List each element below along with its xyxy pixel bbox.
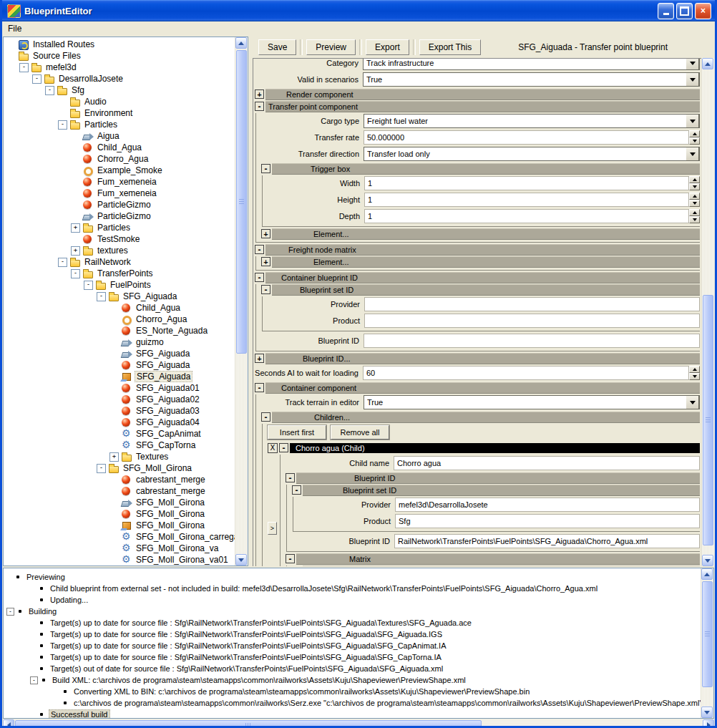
tree-expander-icon[interactable]: - bbox=[58, 258, 67, 267]
horizontal-scroll-thumb[interactable] bbox=[15, 720, 482, 728]
collapse-button[interactable]: - bbox=[255, 383, 264, 392]
tree-item[interactable]: + Textures bbox=[4, 451, 235, 462]
tree-scroll-thumb[interactable] bbox=[236, 50, 247, 354]
tree-item[interactable]: SFG_Aiguada bbox=[4, 348, 235, 359]
dropdown-arrow-icon[interactable] bbox=[686, 395, 699, 409]
log-scrollbar[interactable] bbox=[701, 568, 713, 718]
collapse-button[interactable]: - bbox=[292, 485, 301, 495]
tree-item[interactable]: TestSmoke bbox=[4, 233, 235, 245]
valid-in-scenarios-dropdown[interactable]: True bbox=[363, 72, 700, 87]
transfer-direction-dropdown[interactable]: Transfer load only bbox=[364, 147, 700, 161]
child-provider-input[interactable]: mefel3d\DesarrollaJosete bbox=[395, 498, 700, 512]
child-blueprint-id-input[interactable]: RailNetwork\TransferPoints\FuelPoints\SF… bbox=[394, 534, 700, 548]
log-entry[interactable]: Updating... bbox=[4, 594, 701, 606]
tree-item[interactable]: SFG_Aiguada02 bbox=[4, 394, 235, 405]
tree-item[interactable]: + Particles bbox=[4, 222, 235, 233]
tree-item[interactable]: - mefel3d bbox=[4, 62, 235, 73]
child-name-input[interactable]: Chorro agua bbox=[394, 456, 700, 470]
tree-item[interactable]: Child_Agua bbox=[4, 302, 235, 314]
log-expander-icon[interactable]: - bbox=[30, 676, 38, 684]
tree-item[interactable]: SFG_Aiguada bbox=[4, 359, 235, 371]
log-entry[interactable]: Target(s) up to date for source file : S… bbox=[4, 617, 701, 628]
log-entry[interactable]: Successful build bbox=[4, 709, 701, 718]
dropdown-arrow-icon[interactable] bbox=[686, 147, 699, 161]
log-entry[interactable]: Target(s) up to date for source file : S… bbox=[4, 651, 701, 663]
collapse-button[interactable]: - bbox=[279, 443, 288, 452]
scroll-up-icon[interactable] bbox=[702, 58, 713, 69]
tree-item[interactable]: cabrestant_merge bbox=[4, 485, 235, 497]
tree-expander-icon[interactable]: + bbox=[71, 223, 80, 233]
dropdown-arrow-icon[interactable] bbox=[686, 72, 699, 87]
tree-item[interactable]: - SFG_Moll_Girona bbox=[4, 462, 235, 474]
tree-expander-icon[interactable]: - bbox=[71, 269, 80, 278]
tree-expander-icon[interactable]: - bbox=[19, 63, 29, 72]
tree-item[interactable]: - TransferPoints bbox=[4, 268, 235, 279]
remove-all-button[interactable]: Remove all bbox=[331, 425, 389, 440]
tree-item[interactable]: Installed Routes bbox=[4, 39, 235, 50]
tree-item[interactable]: - Sfg bbox=[4, 84, 235, 96]
child-expand-button[interactable]: > bbox=[268, 522, 277, 535]
minimize-button[interactable] bbox=[658, 3, 674, 19]
scroll-down-icon[interactable] bbox=[235, 554, 247, 566]
tree-item[interactable]: - DesarrollaJosete bbox=[4, 73, 235, 84]
track-terrain-dropdown[interactable]: True bbox=[364, 395, 700, 409]
tree-item[interactable]: Example_Smoke bbox=[4, 165, 235, 176]
log-entry[interactable]: Target(s) up to date for source file : S… bbox=[4, 640, 701, 651]
seconds-ai-input[interactable]: 60 bbox=[363, 366, 689, 380]
close-button[interactable]: × bbox=[695, 3, 711, 19]
tree-expander-icon[interactable]: + bbox=[71, 246, 80, 256]
blueprint-id-input[interactable] bbox=[364, 334, 700, 348]
tree-item[interactable]: - FuelPoints bbox=[4, 279, 235, 291]
scroll-down-icon[interactable] bbox=[701, 707, 713, 718]
tree-item[interactable]: ParticleGizmo bbox=[4, 210, 235, 222]
collapse-button[interactable]: - bbox=[261, 285, 270, 294]
tree-expander-icon[interactable]: - bbox=[58, 120, 67, 130]
log-scroll-thumb[interactable] bbox=[702, 581, 713, 687]
scroll-down-icon[interactable] bbox=[702, 555, 713, 566]
width-input[interactable]: 1 bbox=[364, 176, 689, 190]
tree-item[interactable]: + textures bbox=[4, 245, 235, 256]
tree-item[interactable]: Source Files bbox=[4, 50, 235, 62]
tree-item[interactable]: SFG_Aiguada03 bbox=[4, 405, 235, 417]
collapse-button[interactable]: - bbox=[261, 412, 270, 422]
form-scroll-thumb[interactable] bbox=[703, 295, 713, 545]
dropdown-arrow-icon[interactable] bbox=[686, 114, 699, 128]
tree-expander-icon[interactable]: - bbox=[97, 292, 106, 301]
tree-item[interactable]: Chorro_Agua bbox=[4, 153, 235, 165]
expand-button[interactable]: + bbox=[255, 89, 264, 99]
tree-item[interactable]: Aigua bbox=[4, 130, 235, 142]
log-entry[interactable]: - Building bbox=[4, 606, 701, 617]
child-product-input[interactable]: Sfg bbox=[395, 514, 700, 528]
log-horizontal-scrollbar[interactable] bbox=[3, 719, 714, 728]
log-entry[interactable]: Child blueprint from external set - not … bbox=[4, 583, 701, 594]
export-button[interactable]: Export bbox=[366, 39, 409, 55]
expand-button[interactable]: + bbox=[261, 257, 270, 266]
tree-item[interactable]: Audio bbox=[4, 96, 235, 107]
save-button[interactable]: Save bbox=[258, 39, 296, 55]
tree-item[interactable]: SFG_CapAnimat bbox=[4, 428, 235, 440]
tree-item[interactable]: - Particles bbox=[4, 119, 235, 130]
collapse-button[interactable]: - bbox=[286, 554, 295, 563]
tree-item[interactable]: - RailNetwork bbox=[4, 256, 235, 268]
tree-item[interactable]: SFG_Aiguada bbox=[4, 371, 235, 382]
log-entry[interactable]: - Build XML: c:\archivos de programa\ste… bbox=[4, 674, 701, 686]
seconds-ai-spinner[interactable] bbox=[689, 366, 700, 380]
depth-input[interactable]: 1 bbox=[364, 209, 689, 223]
dropdown-arrow-icon[interactable] bbox=[686, 58, 699, 70]
log-entry[interactable]: Previewing bbox=[4, 571, 701, 583]
log-expander-icon[interactable]: - bbox=[6, 608, 14, 616]
tree-item[interactable]: SFG_Moll_Girona_va bbox=[4, 543, 235, 554]
insert-first-button[interactable]: Insert first bbox=[268, 425, 326, 440]
provider-input[interactable] bbox=[364, 297, 700, 311]
form-scrollbar[interactable] bbox=[701, 58, 714, 566]
expand-button[interactable]: + bbox=[255, 354, 264, 363]
title-bar[interactable]: BlueprintEditor × bbox=[2, 0, 715, 21]
depth-spinner[interactable] bbox=[689, 209, 700, 223]
tree-item[interactable]: guizmo bbox=[4, 336, 235, 348]
maximize-button[interactable] bbox=[676, 3, 693, 19]
tree-item[interactable]: Chorro_Agua bbox=[4, 314, 235, 325]
tree-item[interactable]: SFG_Moll_Girona bbox=[4, 497, 235, 508]
expand-button[interactable]: + bbox=[261, 229, 270, 238]
tree-item[interactable]: SFG_Aiguada01 bbox=[4, 382, 235, 394]
height-input[interactable]: 1 bbox=[364, 193, 689, 207]
